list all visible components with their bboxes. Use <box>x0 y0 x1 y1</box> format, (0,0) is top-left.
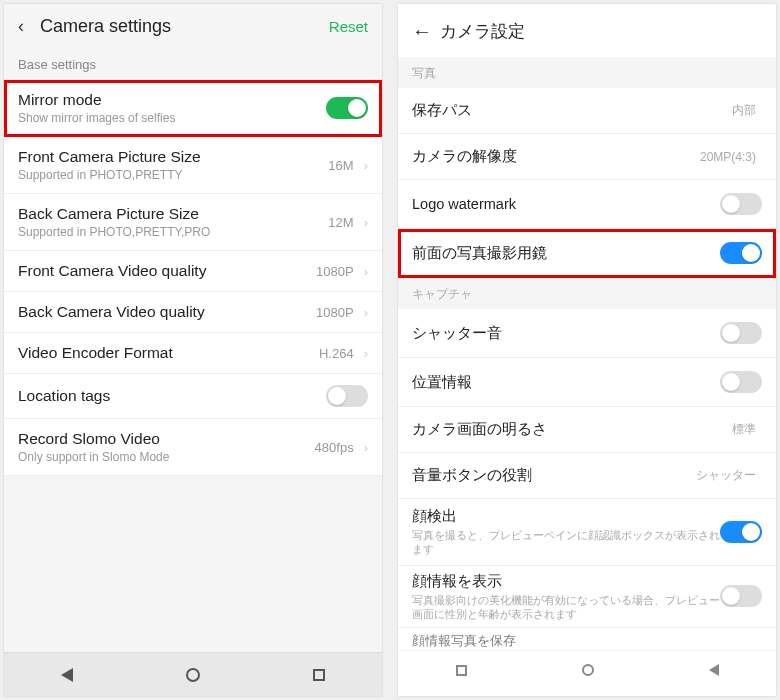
row-label: Back Camera Video quality <box>18 303 316 321</box>
chevron-right-icon: › <box>364 440 368 455</box>
row-resolution[interactable]: カメラの解像度 20MP(4:3) <box>398 134 776 180</box>
row-label: 顔検出 <box>412 507 720 526</box>
header: ‹ Camera settings Reset <box>4 4 382 47</box>
row-label: Video Encoder Format <box>18 344 319 362</box>
toggle-face-info[interactable] <box>720 585 762 607</box>
row-label: 音量ボタンの役割 <box>412 466 696 485</box>
toggle-face-detect[interactable] <box>720 521 762 543</box>
row-value: 12M <box>328 215 353 230</box>
section-header: Base settings <box>4 47 382 80</box>
section-header-capture: キャプチャ <box>398 278 776 309</box>
back-icon[interactable]: ‹ <box>18 16 36 37</box>
row-label: カメラの解像度 <box>412 147 700 166</box>
row-sub: 写真撮影向けの美化機能が有効になっている場合、プレビュー画面に性別と年齢が表示さ… <box>412 593 720 621</box>
phone-right: ← カメラ設定 写真 保存パス 内部 カメラの解像度 20MP(4:3) Log… <box>398 4 776 696</box>
row-value: 16M <box>328 158 353 173</box>
toggle-gps[interactable] <box>720 371 762 393</box>
row-back-picture-size[interactable]: Back Camera Picture Size Supported in PH… <box>4 194 382 251</box>
row-video-encoder[interactable]: Video Encoder Format H.264 › <box>4 333 382 374</box>
row-sub: Only support in Slomo Mode <box>18 450 315 464</box>
row-label: カメラ画面の明るさ <box>412 420 732 439</box>
page-title: カメラ設定 <box>440 20 525 43</box>
page-title: Camera settings <box>36 16 329 37</box>
row-value: 標準 <box>732 421 756 438</box>
row-label: 保存パス <box>412 101 732 120</box>
row-label: 顔情報写真を保存 <box>412 632 762 650</box>
chevron-right-icon: › <box>364 215 368 230</box>
row-slomo[interactable]: Record Slomo Video Only support in Slomo… <box>4 419 382 476</box>
empty-space <box>4 476 382 652</box>
row-back-video-quality[interactable]: Back Camera Video quality 1080P › <box>4 292 382 333</box>
nav-bar <box>4 652 382 696</box>
row-value: 480fps <box>315 440 354 455</box>
chevron-right-icon: › <box>364 305 368 320</box>
scroll-fade <box>398 648 776 656</box>
section-header-photo: 写真 <box>398 57 776 88</box>
toggle-mirror[interactable] <box>326 97 368 119</box>
row-label: Front Camera Picture Size <box>18 148 328 166</box>
row-label: Record Slomo Video <box>18 430 315 448</box>
toggle-logo[interactable] <box>720 193 762 215</box>
header: ← カメラ設定 <box>398 4 776 57</box>
row-mirror-mode[interactable]: Mirror mode Show mirror images of selfie… <box>4 80 382 137</box>
phone-left: ‹ Camera settings Reset Base settings Mi… <box>4 4 382 696</box>
row-sub: 写真を撮ると、プレビューペインに顔認識ボックスが表示されます <box>412 528 720 557</box>
row-sub: Supported in PHOTO,PRETTY <box>18 168 328 182</box>
row-value: シャッター <box>696 467 756 484</box>
row-front-picture-size[interactable]: Front Camera Picture Size Supported in P… <box>4 137 382 194</box>
row-face-info[interactable]: 顔情報を表示 写真撮影向けの美化機能が有効になっている場合、プレビュー画面に性別… <box>398 566 776 628</box>
row-save-path[interactable]: 保存パス 内部 <box>398 88 776 134</box>
row-label: Front Camera Video quality <box>18 262 316 280</box>
chevron-right-icon: › <box>364 346 368 361</box>
row-value: 1080P <box>316 264 354 279</box>
row-value: 1080P <box>316 305 354 320</box>
row-shutter-sound[interactable]: シャッター音 <box>398 309 776 358</box>
chevron-right-icon: › <box>364 264 368 279</box>
row-gps[interactable]: 位置情報 <box>398 358 776 407</box>
nav-back-icon[interactable] <box>709 664 719 676</box>
row-label: Back Camera Picture Size <box>18 205 328 223</box>
row-label: Mirror mode <box>18 91 326 109</box>
row-sub: Supported in PHOTO,PRETTY,PRO <box>18 225 328 239</box>
toggle-mirror[interactable] <box>720 242 762 264</box>
row-front-video-quality[interactable]: Front Camera Video quality 1080P › <box>4 251 382 292</box>
toggle-shutter[interactable] <box>720 322 762 344</box>
row-value: 内部 <box>732 102 756 119</box>
row-label: シャッター音 <box>412 324 720 343</box>
row-face-save[interactable]: 顔情報写真を保存 <box>398 628 776 650</box>
row-logo-watermark[interactable]: Logo watermark <box>398 180 776 229</box>
chevron-right-icon: › <box>364 158 368 173</box>
row-front-mirror[interactable]: 前面の写真撮影用鏡 <box>398 229 776 278</box>
row-location-tags[interactable]: Location tags <box>4 374 382 419</box>
row-label: Location tags <box>18 387 326 405</box>
row-face-detect[interactable]: 顔検出 写真を撮ると、プレビューペインに顔認識ボックスが表示されます <box>398 499 776 566</box>
nav-home-icon[interactable] <box>582 664 594 676</box>
row-brightness[interactable]: カメラ画面の明るさ 標準 <box>398 407 776 453</box>
toggle-location[interactable] <box>326 385 368 407</box>
row-volume-button[interactable]: 音量ボタンの役割 シャッター <box>398 453 776 499</box>
nav-back-icon[interactable] <box>61 668 73 682</box>
reset-button[interactable]: Reset <box>329 18 368 35</box>
row-label: 顔情報を表示 <box>412 572 720 591</box>
back-icon[interactable]: ← <box>412 20 440 43</box>
row-value: H.264 <box>319 346 354 361</box>
nav-recent-icon[interactable] <box>313 669 325 681</box>
row-label: 位置情報 <box>412 373 720 392</box>
nav-recent-icon[interactable] <box>456 665 467 676</box>
row-label: Logo watermark <box>412 196 720 212</box>
nav-home-icon[interactable] <box>186 668 200 682</box>
row-label: 前面の写真撮影用鏡 <box>412 244 720 263</box>
row-sub: Show mirror images of selfies <box>18 111 326 125</box>
row-value: 20MP(4:3) <box>700 150 756 164</box>
